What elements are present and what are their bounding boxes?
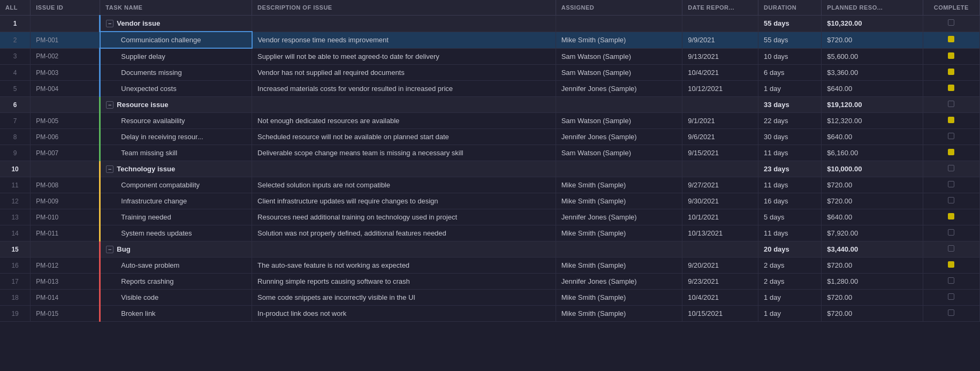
complete-cell xyxy=(923,193,980,209)
group-row-group-vendor: 1 − Vendor issue 55 days $10,320.00 xyxy=(0,16,980,32)
duration: 6 days xyxy=(758,65,822,81)
table-row[interactable]: 2 PM-001 Communication challenge Vendor … xyxy=(0,32,980,48)
assigned: Jennifer Jones (Sample) xyxy=(556,209,682,225)
assigned: Sam Watson (Sample) xyxy=(556,65,682,81)
row-number: 11 xyxy=(0,177,31,193)
table-row[interactable]: 7 PM-005 Resource availability Not enoug… xyxy=(0,113,980,129)
status-indicator xyxy=(948,197,954,203)
date-reported: 9/30/2021 xyxy=(682,193,758,209)
issue-id: PM-009 xyxy=(31,193,100,209)
group-duration: 55 days xyxy=(758,16,822,32)
row-number: 18 xyxy=(0,290,31,306)
date-reported: 10/4/2021 xyxy=(682,65,758,81)
duration: 2 days xyxy=(758,258,822,274)
complete-cell xyxy=(923,290,980,306)
collapse-icon[interactable]: − xyxy=(106,101,113,109)
planned-resources: $720.00 xyxy=(822,177,923,193)
assigned: Mike Smith (Sample) xyxy=(556,225,682,241)
group-planned: $10,000.00 xyxy=(822,161,923,177)
status-indicator xyxy=(948,149,954,155)
collapse-icon[interactable]: − xyxy=(106,20,113,27)
status-indicator xyxy=(948,36,954,42)
row-number: 4 xyxy=(0,65,31,81)
description: In-product link does not work xyxy=(252,306,556,322)
date-reported: 10/4/2021 xyxy=(682,290,758,306)
table-row[interactable]: 8 PM-006 Delay in receiving resour... Sc… xyxy=(0,129,980,145)
issue-id: PM-005 xyxy=(31,113,100,129)
table-row[interactable]: 3 PM-002 Supplier delay Supplier will no… xyxy=(0,48,980,65)
status-indicator xyxy=(948,213,954,219)
row-number: 16 xyxy=(0,258,31,274)
issue-id: PM-010 xyxy=(31,209,100,225)
row-number: 9 xyxy=(0,145,31,161)
task-name: Visible code xyxy=(100,290,252,306)
row-number: 10 xyxy=(0,161,31,177)
table-row[interactable]: 5 PM-004 Unexpected costs Increased mate… xyxy=(0,81,980,97)
group-description xyxy=(252,97,556,113)
assigned: Sam Watson (Sample) xyxy=(556,113,682,129)
table-row[interactable]: 16 PM-012 Auto-save problem The auto-sav… xyxy=(0,258,980,274)
issue-id: PM-007 xyxy=(31,145,100,161)
complete-cell xyxy=(923,274,980,290)
table-row[interactable]: 13 PM-010 Training needed Resources need… xyxy=(0,209,980,225)
table-row[interactable]: 17 PM-013 Reports crashing Running simpl… xyxy=(0,274,980,290)
collapse-icon[interactable]: − xyxy=(106,165,113,173)
group-complete xyxy=(923,97,980,113)
duration: 11 days xyxy=(758,177,822,193)
task-name: Documents missing xyxy=(100,65,252,81)
table-row[interactable]: 12 PM-009 Infrastructure change Client i… xyxy=(0,193,980,209)
collapse-icon[interactable]: − xyxy=(106,246,113,253)
duration: 10 days xyxy=(758,48,822,65)
assigned: Sam Watson (Sample) xyxy=(556,48,682,65)
planned-resources: $640.00 xyxy=(822,81,923,97)
planned-resources: $5,600.00 xyxy=(822,48,923,65)
assigned: Mike Smith (Sample) xyxy=(556,306,682,322)
task-name: Delay in receiving resour... xyxy=(100,129,252,145)
table-row[interactable]: 4 PM-003 Documents missing Vendor has no… xyxy=(0,65,980,81)
description: Deliverable scope change means team is m… xyxy=(252,145,556,161)
duration: 5 days xyxy=(758,209,822,225)
row-number: 15 xyxy=(0,241,31,258)
planned-resources: $640.00 xyxy=(822,209,923,225)
group-description xyxy=(252,16,556,32)
duration: 11 days xyxy=(758,145,822,161)
planned-resources: $720.00 xyxy=(822,306,923,322)
issue-table: ALL ISSUE ID TASK NAME DESCRIPTION OF IS… xyxy=(0,0,980,322)
col-header-planned-resources: PLANNED RESO... xyxy=(822,0,923,16)
description: Not enough dedicated resources are avail… xyxy=(252,113,556,129)
issue-id: PM-006 xyxy=(31,129,100,145)
table-row[interactable]: 14 PM-011 System needs updates Solution … xyxy=(0,225,980,241)
table-row[interactable]: 19 PM-015 Broken link In-product link do… xyxy=(0,306,980,322)
duration: 16 days xyxy=(758,193,822,209)
task-name: Auto-save problem xyxy=(100,258,252,274)
status-indicator xyxy=(948,245,954,252)
col-header-all: ALL xyxy=(0,0,31,16)
issue-id: PM-013 xyxy=(31,274,100,290)
assigned: Jennifer Jones (Sample) xyxy=(556,81,682,97)
row-number: 3 xyxy=(0,48,31,65)
group-row-group-technology: 10 − Technology issue 23 days $10,000.00 xyxy=(0,161,980,177)
date-reported: 9/13/2021 xyxy=(682,48,758,65)
table-row[interactable]: 18 PM-014 Visible code Some code snippet… xyxy=(0,290,980,306)
col-header-assigned: ASSIGNED xyxy=(556,0,682,16)
planned-resources: $3,360.00 xyxy=(822,65,923,81)
date-reported: 9/6/2021 xyxy=(682,129,758,145)
date-reported: 9/23/2021 xyxy=(682,274,758,290)
description: Supplier will not be able to meet agreed… xyxy=(252,48,556,65)
date-reported: 9/27/2021 xyxy=(682,177,758,193)
planned-resources: $720.00 xyxy=(822,32,923,48)
date-reported: 9/20/2021 xyxy=(682,258,758,274)
task-name: Team missing skill xyxy=(100,145,252,161)
table-header-row: ALL ISSUE ID TASK NAME DESCRIPTION OF IS… xyxy=(0,0,980,16)
table-row[interactable]: 11 PM-008 Component compatability Select… xyxy=(0,177,980,193)
table-row[interactable]: 9 PM-007 Team missing skill Deliverable … xyxy=(0,145,980,161)
description: Increased materials costs for vendor res… xyxy=(252,81,556,97)
issue-id: PM-014 xyxy=(31,290,100,306)
row-number: 6 xyxy=(0,97,31,113)
group-row-group-resource: 6 − Resource issue 33 days $19,120.00 xyxy=(0,97,980,113)
planned-resources: $640.00 xyxy=(822,129,923,145)
status-indicator xyxy=(948,165,954,171)
status-indicator xyxy=(948,229,954,236)
row-number: 8 xyxy=(0,129,31,145)
status-indicator xyxy=(948,101,954,107)
